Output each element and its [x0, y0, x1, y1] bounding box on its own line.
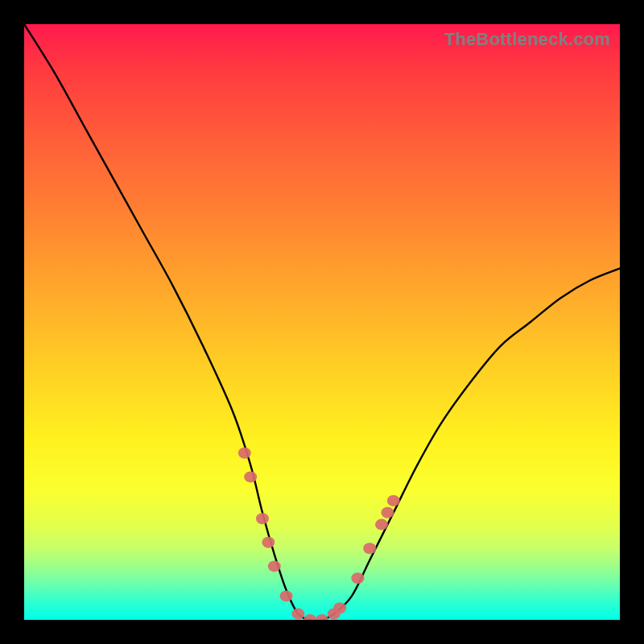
curve-marker [381, 507, 394, 518]
curve-marker [262, 537, 275, 548]
curve-marker [387, 495, 400, 506]
curve-marker [333, 602, 346, 613]
curve-marker [303, 614, 316, 620]
curve-marker [280, 590, 293, 601]
curve-marker [351, 572, 364, 584]
curve-marker [256, 513, 269, 524]
curve-marker [363, 543, 376, 554]
curve-marker [316, 614, 328, 620]
curve-marker [238, 448, 251, 459]
outer-frame: TheBottleneck.com [0, 0, 644, 644]
plot-area: TheBottleneck.com [24, 24, 620, 620]
bottleneck-curve-path [24, 24, 620, 620]
curve-marker [375, 519, 388, 530]
chart-svg [24, 24, 620, 620]
curve-marker [244, 471, 257, 482]
curve-marker [291, 609, 304, 620]
curve-markers-group [238, 448, 400, 620]
curve-marker [268, 560, 281, 572]
